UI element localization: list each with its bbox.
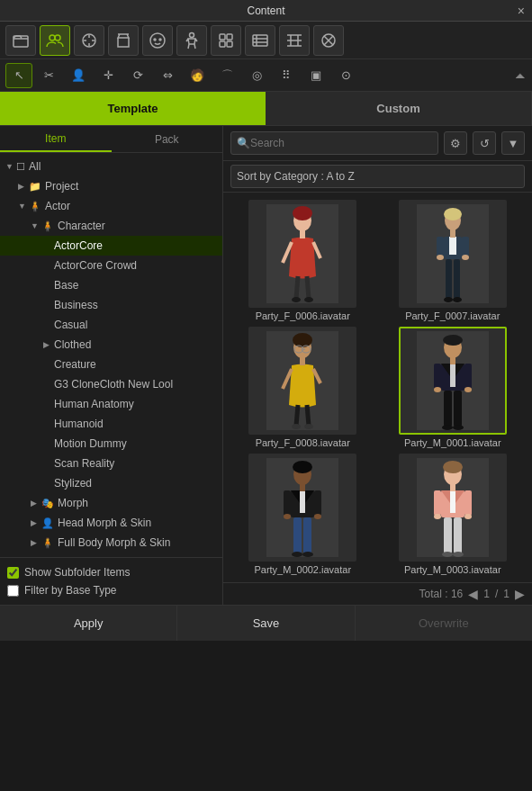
grid-item-party-m-0002[interactable]: Party_M_0002.iavatar <box>230 454 375 575</box>
tb2-eye-btn[interactable]: ◎ <box>243 63 270 88</box>
tree-item-humanoid[interactable]: Humanoid <box>0 414 222 434</box>
tree-item-actorcore-crowd[interactable]: ActorCore Crowd <box>0 256 222 275</box>
overwrite-button[interactable]: Overwrite <box>356 606 532 641</box>
tree-item-morph[interactable]: ▶ 🎭 Morph <box>0 493 222 513</box>
tree-item-business[interactable]: Business <box>0 295 222 315</box>
svg-rect-69 <box>300 490 305 513</box>
tree-item-g3-clonecloth[interactable]: G3 CloneCloth New Lool <box>0 374 222 394</box>
tree-item-head-morph-skin[interactable]: ▶ 👤 Head Morph & Skin <box>0 513 222 533</box>
tree-item-full-body-morph[interactable]: ▶ 🧍 Full Body Morph & Skin <box>0 533 222 553</box>
svg-rect-83 <box>450 490 455 513</box>
tree-item-actor[interactable]: ▼ 🧍 Actor <box>0 196 222 216</box>
grid-thumb-party-m-0001 <box>399 327 507 435</box>
tab-template[interactable]: Template <box>0 92 266 125</box>
tb2-bowl-btn[interactable]: ⌒ <box>213 63 240 88</box>
tb-people-btn[interactable] <box>40 25 70 56</box>
filter-by-base-label: Filter by Base Type <box>24 584 117 597</box>
tb-face-btn[interactable] <box>142 25 173 56</box>
ip-tab-pack[interactable]: Pack <box>112 126 223 152</box>
tb2-rotate-btn[interactable]: ⟳ <box>124 63 151 88</box>
svg-point-63 <box>453 425 464 430</box>
filter-btn[interactable]: ⚙ <box>444 131 467 155</box>
svg-rect-37 <box>450 229 455 238</box>
tree-item-creature[interactable]: Creature <box>0 355 222 374</box>
svg-rect-73 <box>314 490 321 516</box>
page-prev-btn[interactable]: ◀ <box>468 587 478 601</box>
svg-rect-55 <box>450 364 455 387</box>
tab-custom[interactable]: Custom <box>266 92 532 125</box>
tb2-mirror-btn[interactable]: ⇔ <box>154 63 181 88</box>
tb-anim-btn[interactable] <box>245 25 275 56</box>
sort-toggle-btn[interactable]: ▼ <box>501 131 525 155</box>
save-button[interactable]: Save <box>177 606 355 641</box>
tb2-dots-btn[interactable]: ⠿ <box>273 63 300 88</box>
tb-pose-btn[interactable] <box>211 25 241 56</box>
tb2-user-btn[interactable]: 👤 <box>65 63 92 88</box>
tree-item-actorcore[interactable]: ActorCore <box>0 236 222 256</box>
tb-body-btn[interactable] <box>176 25 207 56</box>
svg-point-40 <box>293 333 312 347</box>
svg-point-77 <box>302 552 313 557</box>
svg-rect-85 <box>454 517 462 553</box>
ip-tab-item[interactable]: Item <box>0 126 112 152</box>
apply-button[interactable]: Apply <box>0 606 177 641</box>
grid-item-party-f-0007[interactable]: Party_F_0007.iavatar <box>381 200 526 321</box>
filter-by-base-row: Filter by Base Type <box>7 581 215 599</box>
refresh-btn[interactable]: ↺ <box>473 131 496 155</box>
svg-line-20 <box>307 276 309 299</box>
tree-item-all[interactable]: ▼ ☐ All <box>0 157 222 176</box>
tab-bar: Template Custom <box>0 92 532 126</box>
tb-light-btn[interactable] <box>279 25 310 56</box>
total-label: Total : 16 <box>419 588 464 600</box>
tree-item-base[interactable]: Base <box>0 275 222 295</box>
tree-item-scan-reality[interactable]: Scan Reality <box>0 454 222 473</box>
tree-item-motion-dummy[interactable]: Motion Dummy <box>0 434 222 454</box>
tree-item-character[interactable]: ▼ 🧍 Character <box>0 216 222 236</box>
svg-point-89 <box>464 514 472 519</box>
show-subfolder-checkbox[interactable] <box>7 567 19 579</box>
svg-point-4 <box>150 33 165 48</box>
sort-select[interactable]: Sort by Category : A to Z <box>230 165 525 188</box>
svg-rect-58 <box>434 364 441 389</box>
search-input[interactable] <box>250 137 432 149</box>
tb2-select-btn[interactable]: ↖ <box>5 63 32 88</box>
tree-item-human-anatomy[interactable]: Human Anatomy <box>0 394 222 414</box>
grid-label-party-m-0003: Party_M_0003.iavatar <box>404 564 501 575</box>
page-separator: / <box>495 588 498 600</box>
tree-item-clothed[interactable]: ▶ Clothed <box>0 335 222 355</box>
tb-prop-btn[interactable] <box>74 25 104 56</box>
tree: ▼ ☐ All ▶ 📁 Project ▼ 🧍 Actor ▼ <box>0 153 222 557</box>
tb-cam-btn[interactable] <box>313 25 344 56</box>
tb2-box-btn[interactable]: ▣ <box>302 63 329 88</box>
tree-item-casual[interactable]: Casual <box>0 315 222 335</box>
grid-item-party-f-0008[interactable]: Party_F_0008.iavatar <box>230 327 375 448</box>
close-button[interactable]: × <box>518 4 525 18</box>
svg-point-53 <box>443 335 463 346</box>
tb2-avatar-btn[interactable]: 🧑 <box>184 63 211 88</box>
tb2-person2-btn[interactable]: ⊙ <box>332 63 359 88</box>
tree-item-stylized[interactable]: Stylized <box>0 473 222 493</box>
svg-rect-78 <box>300 483 305 491</box>
page-next-btn[interactable]: ▶ <box>515 587 525 601</box>
grid-thumb-party-f-0006 <box>248 200 356 308</box>
svg-point-1 <box>50 35 55 40</box>
tree-item-project[interactable]: ▶ 📁 Project <box>0 176 222 196</box>
svg-point-61 <box>464 387 472 392</box>
grid-item-party-m-0001[interactable]: Party_M_0001.iavatar <box>381 327 526 448</box>
tb2-move-btn[interactable]: ✛ <box>95 63 122 88</box>
grid-item-party-m-0003[interactable]: Party_M_0003.iavatar <box>381 454 526 575</box>
filter-by-base-checkbox[interactable] <box>7 585 19 597</box>
show-subfolder-label: Show Subfolder Items <box>24 566 130 579</box>
grid-item-party-f-0006[interactable]: Party_F_0006.iavatar <box>230 200 375 321</box>
tb-folder-btn[interactable] <box>5 25 36 56</box>
svg-line-44 <box>307 405 309 426</box>
svg-rect-70 <box>293 517 302 553</box>
tree-arrow-full-body: ▶ <box>31 538 41 547</box>
tb2-edit-btn[interactable]: ✂ <box>35 63 62 88</box>
svg-rect-9 <box>227 34 232 40</box>
svg-point-91 <box>453 552 464 557</box>
svg-rect-31 <box>437 237 444 256</box>
tb-cloth-btn[interactable] <box>108 25 139 56</box>
collapse-button[interactable]: ⏶ <box>514 68 527 83</box>
svg-rect-47 <box>300 356 305 365</box>
